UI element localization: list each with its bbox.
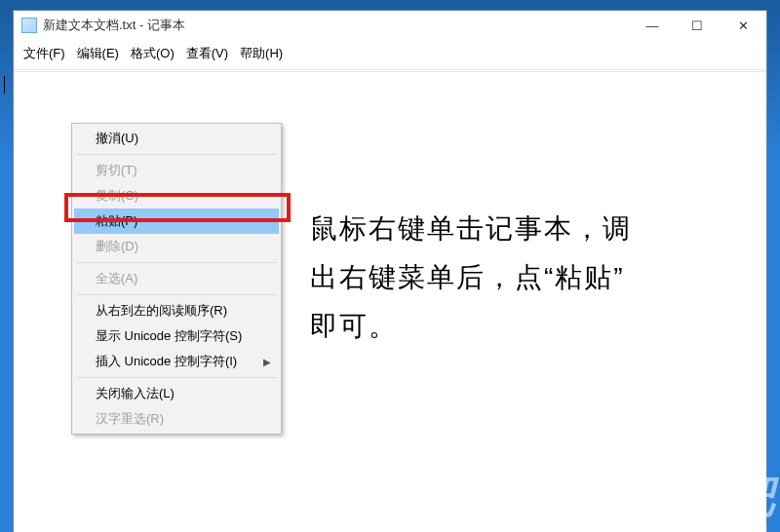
- context-separator: [76, 262, 277, 263]
- context-separator: [76, 377, 277, 378]
- maximize-button[interactable]: ☐: [675, 11, 720, 40]
- ctx-hanzi-reselect: 汉字重选(R): [74, 406, 279, 432]
- ctx-delete: 删除(D): [74, 234, 279, 259]
- menu-bar: 文件(F) 编辑(E) 格式(O) 查看(V) 帮助(H): [14, 40, 766, 70]
- ctx-copy: 复制(C): [74, 183, 279, 209]
- ctx-insert-unicode-label: 插入 Unicode 控制字符(I): [96, 354, 237, 368]
- close-button[interactable]: ✕: [720, 11, 766, 40]
- context-separator: [76, 294, 277, 295]
- ctx-select-all: 全选(A): [74, 266, 279, 291]
- ctx-undo[interactable]: 撤消(U): [74, 126, 279, 151]
- ctx-cut: 剪切(T): [74, 158, 279, 183]
- ctx-close-ime[interactable]: 关闭输入法(L): [74, 381, 279, 406]
- menu-help[interactable]: 帮助(H): [236, 43, 287, 64]
- context-menu: 撤消(U) 剪切(T) 复制(C) 粘贴(P) 删除(D) 全选(A) 从右到左…: [71, 123, 282, 435]
- ctx-insert-unicode[interactable]: 插入 Unicode 控制字符(I) ▶: [74, 349, 279, 374]
- notepad-icon: [21, 18, 37, 33]
- submenu-arrow-icon: ▶: [263, 357, 271, 367]
- context-separator: [76, 154, 277, 155]
- ctx-rtl-reading[interactable]: 从右到左的阅读顺序(R): [74, 298, 279, 323]
- menu-file[interactable]: 文件(F): [20, 43, 69, 64]
- menu-edit[interactable]: 编辑(E): [73, 43, 123, 64]
- window-title: 新建文本文档.txt - 记事本: [43, 17, 630, 34]
- watermark-url: www.xiazaiba.com: [665, 520, 768, 532]
- ctx-show-unicode[interactable]: 显示 Unicode 控制字符(S): [74, 323, 279, 349]
- ctx-paste[interactable]: 粘贴(P): [74, 209, 279, 234]
- title-bar: 新建文本文档.txt - 记事本 — ☐ ✕: [14, 11, 766, 40]
- menu-format[interactable]: 格式(O): [127, 43, 178, 64]
- watermark-logo: 下载吧: [649, 469, 772, 526]
- minimize-button[interactable]: —: [630, 11, 675, 40]
- menu-view[interactable]: 查看(V): [182, 43, 232, 64]
- text-cursor: [4, 76, 5, 94]
- window-controls: — ☐ ✕: [630, 11, 766, 40]
- instruction-text: 鼠标右键单击记事本，调出右键菜单后，点“粘贴”即可。: [310, 205, 632, 351]
